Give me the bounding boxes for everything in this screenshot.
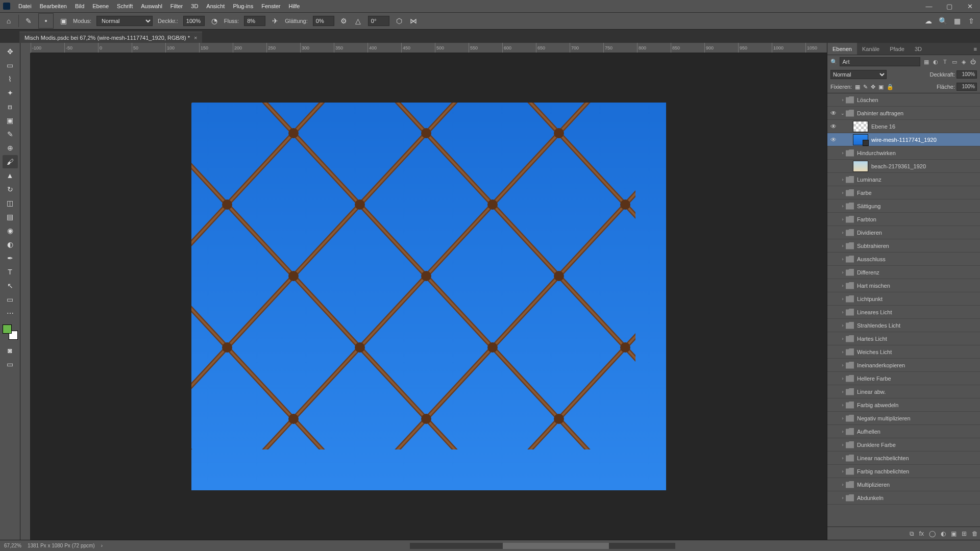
layer-name[interactable]: Hindurchwirken: [857, 150, 980, 156]
menu-fenster[interactable]: Fenster: [257, 0, 284, 12]
crop-tool-icon[interactable]: ⧈: [3, 100, 18, 113]
horizontal-ruler[interactable]: -100-50050100150200250300350400450500550…: [31, 43, 827, 53]
layer-name[interactable]: Hellere Farbe: [857, 375, 980, 382]
layer-name[interactable]: wire-mesh-1117741_1920: [871, 137, 980, 143]
layer-row[interactable]: ›Multiplizieren: [827, 478, 980, 491]
link-layers-icon[interactable]: ⧉: [910, 530, 914, 537]
smoothing-value[interactable]: 0%: [313, 16, 334, 26]
expand-icon[interactable]: ›: [840, 217, 846, 222]
pressure-opacity-icon[interactable]: ◔: [210, 16, 219, 26]
layer-row[interactable]: ›Subtrahieren: [827, 239, 980, 253]
opacity-value[interactable]: 100%: [183, 16, 205, 26]
layer-row[interactable]: ›Sättigung: [827, 199, 980, 213]
frame-tool-icon[interactable]: ▣: [3, 114, 18, 127]
maximize-icon[interactable]: ▢: [939, 3, 960, 10]
layer-row[interactable]: ›Hindurchwirken: [827, 146, 980, 160]
layer-row[interactable]: ›Hart mischen: [827, 279, 980, 292]
layer-thumbnail[interactable]: [853, 134, 868, 145]
layer-name[interactable]: Aufhellen: [857, 429, 980, 435]
eraser-tool-icon[interactable]: ◫: [3, 196, 18, 210]
layer-name[interactable]: Dividieren: [857, 230, 980, 236]
expand-icon[interactable]: ›: [840, 230, 846, 235]
layer-list[interactable]: ›Löschen👁⌄Dahinter auftragen👁Ebene 16👁wi…: [827, 93, 980, 527]
lock-pixels-icon[interactable]: ▦: [855, 84, 860, 90]
stamp-tool-icon[interactable]: ▲: [3, 169, 18, 182]
cloud-docs-icon[interactable]: ☁: [924, 16, 933, 26]
layer-row[interactable]: ›Hellere Farbe: [827, 372, 980, 385]
expand-icon[interactable]: ›: [840, 482, 846, 487]
layer-name[interactable]: Lichtpunkt: [857, 296, 980, 302]
menu-ebene[interactable]: Ebene: [88, 0, 113, 12]
angle-value[interactable]: 0°: [368, 16, 389, 26]
brush-folder-icon[interactable]: ▣: [59, 16, 68, 26]
lock-artboard-icon[interactable]: ▣: [878, 84, 884, 90]
angle-icon[interactable]: △: [354, 16, 363, 26]
search-icon[interactable]: 🔍: [938, 16, 947, 26]
layer-row[interactable]: ›Abdunkeln: [827, 491, 980, 505]
layer-name[interactable]: Hartes Licht: [857, 336, 980, 342]
move-tool-icon[interactable]: ✥: [3, 45, 18, 58]
symmetry-icon[interactable]: ⋈: [409, 16, 418, 26]
brush-tool-icon[interactable]: 🖌: [3, 155, 18, 168]
layer-name[interactable]: Ineinanderkopieren: [857, 362, 980, 368]
tab-3d[interactable]: 3D: [910, 43, 927, 55]
layer-name[interactable]: Ausschluss: [857, 256, 980, 262]
panel-menu-icon[interactable]: ≡: [971, 43, 980, 55]
layer-name[interactable]: Subtrahieren: [857, 243, 980, 249]
expand-icon[interactable]: ›: [840, 323, 846, 328]
close-icon[interactable]: ✕: [960, 3, 980, 10]
brush-preview[interactable]: [38, 13, 54, 29]
expand-icon[interactable]: ›: [840, 336, 846, 341]
quickmask-icon[interactable]: ◙: [3, 344, 18, 357]
menu-bearbeiten[interactable]: Bearbeiten: [36, 0, 71, 12]
layer-name[interactable]: Differenz: [857, 269, 980, 276]
menu-bild[interactable]: Bild: [71, 0, 88, 12]
lasso-tool-icon[interactable]: ⌇: [3, 72, 18, 86]
layer-row[interactable]: ›Lichtpunkt: [827, 292, 980, 306]
layer-name[interactable]: Farbe: [857, 190, 980, 196]
expand-icon[interactable]: ›: [840, 190, 846, 195]
expand-icon[interactable]: ›: [840, 376, 846, 381]
history-brush-tool-icon[interactable]: ↻: [3, 183, 18, 196]
layer-name[interactable]: Dahinter auftragen: [857, 110, 980, 116]
tab-ebenen[interactable]: Ebenen: [827, 43, 857, 55]
expand-icon[interactable]: ⌄: [840, 111, 846, 116]
marquee-tool-icon[interactable]: ▭: [3, 59, 18, 72]
status-chevron-icon[interactable]: ›: [101, 543, 103, 548]
layer-row[interactable]: ›Farbe: [827, 186, 980, 199]
lock-position-icon[interactable]: ✥: [871, 84, 875, 90]
type-tool-icon[interactable]: T: [3, 265, 18, 279]
expand-icon[interactable]: ›: [840, 257, 846, 262]
layer-row[interactable]: ›Linear abw.: [827, 385, 980, 398]
expand-icon[interactable]: ›: [840, 283, 846, 288]
expand-icon[interactable]: ›: [840, 363, 846, 368]
layer-blend-select[interactable]: Normal: [830, 70, 887, 79]
layer-thumbnail[interactable]: [853, 121, 868, 132]
layer-name[interactable]: Farbig nachbelichten: [857, 468, 980, 474]
ruler-origin[interactable]: [20, 43, 31, 53]
blend-mode-select[interactable]: Normal: [96, 16, 153, 26]
menu-auswahl[interactable]: Auswahl: [137, 0, 166, 12]
search-layers-icon[interactable]: 🔍: [830, 59, 838, 65]
layer-row[interactable]: 👁wire-mesh-1117741_1920: [827, 133, 980, 146]
layer-row[interactable]: beach-2179361_1920: [827, 160, 980, 173]
layer-name[interactable]: Dunklere Farbe: [857, 442, 980, 448]
pen-tool-icon[interactable]: ✒: [3, 252, 18, 265]
expand-icon[interactable]: ›: [840, 456, 846, 461]
zoom-level[interactable]: 67,22%: [4, 543, 21, 548]
shape-tool-icon[interactable]: ▭: [3, 293, 18, 306]
layer-filter-input[interactable]: [840, 57, 920, 66]
new-layer-icon[interactable]: ⊞: [962, 530, 967, 537]
layer-thumbnail[interactable]: [853, 161, 868, 172]
expand-icon[interactable]: ›: [840, 349, 846, 355]
eyedropper-tool-icon[interactable]: ✎: [3, 128, 18, 141]
workspace-icon[interactable]: ▦: [952, 16, 962, 26]
layer-name[interactable]: Farbton: [857, 216, 980, 222]
adjustment-icon[interactable]: ◐: [941, 530, 946, 537]
layer-name[interactable]: Linear abw.: [857, 389, 980, 395]
layer-name[interactable]: Löschen: [857, 97, 980, 103]
menu-3d[interactable]: 3D: [187, 0, 202, 12]
layer-name[interactable]: Linear nachbelichten: [857, 455, 980, 461]
document-tab[interactable]: Misch Modis.psdc bei 67,2% (wire-mesh-11…: [19, 32, 202, 43]
expand-icon[interactable]: ›: [840, 270, 846, 275]
